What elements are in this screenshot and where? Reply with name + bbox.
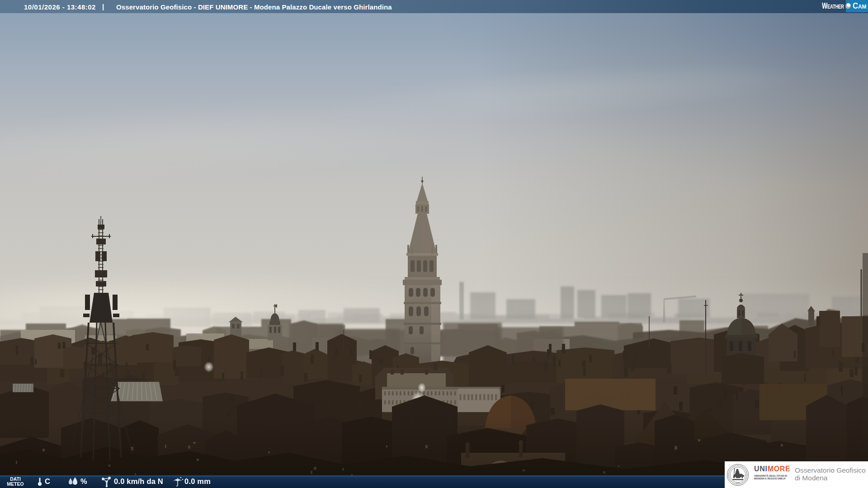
- svg-text:1175: 1175: [736, 482, 740, 484]
